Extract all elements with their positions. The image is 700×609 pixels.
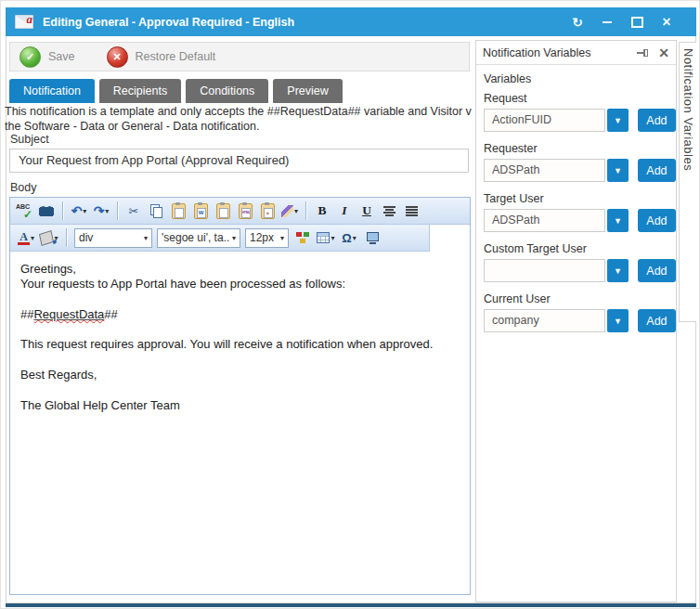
save-label: Save [48,50,75,63]
separator [305,201,306,220]
omega-glyph: Ω [342,231,351,245]
separator [66,228,67,247]
paste-plain-glyph [216,203,230,219]
request-combo-arrow[interactable]: ▼ [607,109,629,132]
body-line: The Global Help Center Team [20,398,460,413]
notification-variables-vertical-tab[interactable]: Notification Variables [679,42,696,322]
font-family-value: 'segoe ui', ta... [162,231,229,244]
custom-target-user-add-button[interactable]: Add [638,259,676,282]
current-user-add-button[interactable]: Add [638,309,676,332]
request-combo-input[interactable]: ActionFUID [484,109,605,132]
custom-target-user-combo-arrow[interactable]: ▼ [607,259,629,282]
justify-icon[interactable] [402,201,421,221]
fill-color-icon[interactable]: ▾ [40,227,58,248]
maximize-icon[interactable] [629,15,644,30]
chevron-down-icon: ▾ [232,234,236,242]
restore-default-button[interactable]: ✕ Restore Default [107,46,216,68]
pin-icon[interactable] [637,48,650,58]
undo-glyph: ↶ [71,204,83,217]
editor-toolbar-row2: A▾ ▾ div▾ 'segoe ui', ta...▾ 12px▾ ▾ Ω▾ [10,225,470,252]
tab-preview-label: Preview [287,84,328,97]
font-family-dropdown[interactable]: 'segoe ui', ta...▾ [157,228,240,248]
variable-token: RequestData [33,307,104,321]
paragraph-style-value: div [79,231,141,244]
minimize-icon[interactable] [600,15,615,30]
window: Editing General - Approval Required - En… [0,0,700,609]
request-combo-value: ActionFUID [492,113,551,126]
paste-html-glyph: HTML [239,203,253,219]
panel-close-icon[interactable]: ✕ [658,46,669,59]
variable-name: RequestData [33,307,104,321]
save-button[interactable]: ✓ Save [19,46,75,68]
table-glyph [317,232,330,243]
body-line: Your requests to App Portal have been pr… [20,277,460,292]
current-user-label: Current User [484,292,676,305]
subject-input[interactable]: Your Request from App Portal (Approval R… [9,149,469,173]
paste-special-glyph: « [261,203,275,219]
bold-button[interactable]: B [313,201,331,221]
tab-preview[interactable]: Preview [273,79,342,103]
custom-target-user-combo-input[interactable] [484,259,605,282]
find-glyph [39,206,54,216]
cut-icon[interactable]: ✂ [124,201,143,221]
panel-header: Notification Variables ✕ [476,41,676,65]
paste-icon[interactable] [169,201,188,221]
copy-icon[interactable] [147,201,165,221]
panel-title: Notification Variables [483,46,637,59]
insert-table-icon[interactable]: ▾ [317,227,335,248]
separator [117,201,118,220]
chevron-down-icon: ▾ [144,234,148,242]
module-manager-icon[interactable] [293,227,312,248]
target-user-combo-arrow[interactable]: ▼ [607,209,629,232]
target-user-add-button[interactable]: Add [638,209,676,232]
undo-icon[interactable]: ↶▾ [70,201,88,221]
find-icon[interactable] [37,201,56,221]
current-user-combo-input[interactable]: company [484,309,605,332]
paragraph-style-dropdown[interactable]: div▾ [74,228,152,248]
tab-notification[interactable]: Notification [9,79,95,103]
titlebar: Editing General - Approval Required - En… [6,7,696,36]
underline-button[interactable]: U [357,201,376,221]
paste-plain-text-icon[interactable] [214,201,232,221]
rich-text-editor: ↶▾ ↷▾ ✂ W HTML « ▾ B I U A▾ ▾ div▾ 'seg [9,197,471,595]
editor-toolbar-row1: ↶▾ ↷▾ ✂ W HTML « ▾ B I U [10,198,470,225]
current-user-combo-arrow[interactable]: ▼ [607,309,629,332]
paste-html-icon[interactable]: HTML [236,201,254,221]
special-character-icon[interactable]: Ω▾ [340,227,358,248]
window-title: Editing General - Approval Required - En… [43,16,570,29]
requester-combo-input[interactable]: ADSPath [484,159,605,182]
body-line: Best Regards, [20,368,460,382]
redo-icon[interactable]: ↷▾ [92,201,110,221]
tab-conditions-label: Conditions [200,84,254,97]
chevron-down-icon: ▾ [353,234,356,242]
font-color-icon[interactable]: A▾ [17,227,35,248]
italic-glyph: I [342,203,346,218]
editor-toolbar-row2-strip: A▾ ▾ div▾ 'segoe ui', ta...▾ 12px▾ ▾ Ω▾ [10,225,430,252]
requester-add-button[interactable]: Add [638,159,676,182]
paste-from-word-icon[interactable]: W [191,201,210,221]
mail-app-icon [15,15,33,29]
format-painter-icon[interactable]: ▾ [280,201,299,221]
vertical-tab-label: Notification Variables [681,43,695,321]
paste-special-icon[interactable]: « [258,201,277,221]
chevron-down-icon: ▾ [331,234,334,242]
copy-glyph [150,204,162,217]
request-add-button[interactable]: Add [638,109,676,132]
variable-suffix: ## [104,307,117,321]
media-icon[interactable] [363,227,382,248]
close-icon[interactable]: × [659,15,674,30]
template-note-line1: This notification is a template and only… [5,105,472,120]
target-user-combo-input[interactable]: ADSPath [484,209,605,232]
tab-recipients[interactable]: Recipients [99,79,181,103]
variable-prefix: ## [20,307,33,321]
align-center-icon[interactable] [380,201,398,221]
tab-conditions[interactable]: Conditions [186,79,268,103]
requester-combo-arrow[interactable]: ▼ [607,159,629,182]
refresh-icon[interactable]: ↻ [570,15,585,30]
spellcheck-icon[interactable] [15,201,33,221]
tab-notification-label: Notification [23,84,81,97]
subject-value: Your Request from App Portal (Approval R… [19,153,289,167]
font-size-dropdown[interactable]: 12px▾ [245,228,289,248]
body-editor-content[interactable]: Greetings, Your requests to App Portal h… [10,252,470,595]
italic-button[interactable]: I [335,201,354,221]
